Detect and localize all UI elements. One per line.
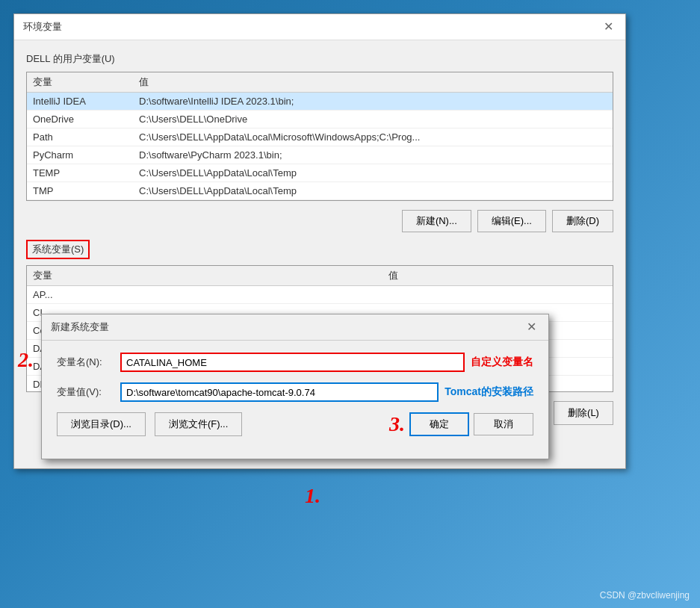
table-row[interactable]: TEMP C:\Users\DELL\AppData\Local\Temp	[27, 164, 613, 182]
new-var-dialog: 新建系统变量 ✕ 2. 变量名(N): 自定义变量名 变量值(V): Tomca…	[41, 314, 549, 459]
row-var: TEMP	[27, 164, 133, 182]
env-dialog-titlebar: 环境变量 ✕	[14, 14, 625, 40]
browse-buttons-row: 浏览目录(D)... 浏览文件(F)... 3. 确定 取消	[57, 412, 533, 436]
table-row[interactable]: PyCharm D:\software\PyCharm 2023.1\bin;	[27, 146, 613, 164]
table-row[interactable]: OneDrive C:\Users\DELL\OneDrive	[27, 111, 613, 128]
csdn-watermark: CSDN @zbvcliwenjing	[600, 590, 690, 601]
table-row[interactable]: Path C:\Users\DELL\AppData\Local\Microso…	[27, 128, 613, 146]
new-var-cancel-button[interactable]: 取消	[474, 413, 533, 435]
user-buttons-row: 新建(N)... 编辑(E)... 删除(D)	[26, 210, 613, 232]
user-vars-table-container: 变量 值 IntelliJ IDEA D:\software\IntelliJ …	[26, 72, 613, 201]
env-dialog-close[interactable]: ✕	[601, 21, 616, 33]
row-val: C:\Users\DELL\AppData\Local\Temp	[133, 164, 613, 182]
browse-dir-button[interactable]: 浏览目录(D)...	[57, 412, 146, 436]
var-name-row: 2. 变量名(N): 自定义变量名	[57, 353, 533, 372]
row-var: PyCharm	[27, 146, 133, 164]
new-var-title: 新建系统变量	[51, 320, 109, 334]
new-var-close[interactable]: ✕	[524, 321, 539, 333]
new-var-ok-button[interactable]: 确定	[409, 412, 469, 436]
user-col-val: 值	[133, 72, 613, 93]
var-val-row: 变量值(V): Tomcat的安装路径	[57, 382, 533, 402]
user-new-button[interactable]: 新建(N)...	[402, 210, 471, 232]
var-val-label: 变量值(V):	[57, 385, 120, 399]
row-var: IntelliJ IDEA	[27, 93, 133, 111]
step2-label: 2.	[18, 348, 34, 372]
var-name-input[interactable]	[120, 353, 465, 372]
row-var: TMP	[27, 182, 133, 200]
row-var: OneDrive	[27, 111, 133, 128]
var-val-annotation: Tomcat的安装路径	[445, 385, 533, 399]
row-val: D:\software\IntelliJ IDEA 2023.1\bin;	[133, 93, 613, 111]
env-dialog-title: 环境变量	[23, 20, 62, 34]
row-val: C:\Users\DELL\AppData\Local\Microsoft\Wi…	[133, 128, 613, 146]
row-var: Path	[27, 128, 133, 146]
new-var-body: 2. 变量名(N): 自定义变量名 变量值(V): Tomcat的安装路径 浏览…	[42, 341, 548, 459]
step3-label: 3.	[389, 412, 405, 436]
table-row[interactable]: IntelliJ IDEA D:\software\IntelliJ IDEA …	[27, 93, 613, 111]
sys-vars-title: 系统变量(S)	[26, 240, 90, 259]
var-name-annotation: 自定义变量名	[471, 356, 533, 369]
var-val-input[interactable]	[120, 382, 439, 402]
user-edit-button[interactable]: 编辑(E)...	[477, 210, 546, 232]
row-val: D:\software\PyCharm 2023.1\bin;	[133, 146, 613, 164]
user-delete-button[interactable]: 删除(D)	[552, 210, 613, 232]
browse-file-button[interactable]: 浏览文件(F)...	[155, 412, 242, 436]
table-row[interactable]: AP...	[27, 286, 613, 304]
user-col-var: 变量	[27, 72, 133, 93]
table-row[interactable]: TMP C:\Users\DELL\AppData\Local\Temp	[27, 182, 613, 200]
row-val: C:\Users\DELL\AppData\Local\Temp	[133, 182, 613, 200]
sys-col-var: 变量	[27, 266, 382, 286]
user-vars-title: DELL 的用户变量(U)	[26, 52, 613, 66]
var-name-label: 变量名(N):	[57, 356, 120, 369]
step1-label: 1.	[305, 484, 320, 508]
user-vars-table: 变量 值 IntelliJ IDEA D:\software\IntelliJ …	[27, 72, 613, 200]
sys-delete-button[interactable]: 删除(L)	[554, 401, 613, 425]
row-val: C:\Users\DELL\OneDrive	[133, 111, 613, 128]
sys-col-val: 值	[382, 266, 613, 286]
new-var-titlebar: 新建系统变量 ✕	[42, 314, 548, 341]
